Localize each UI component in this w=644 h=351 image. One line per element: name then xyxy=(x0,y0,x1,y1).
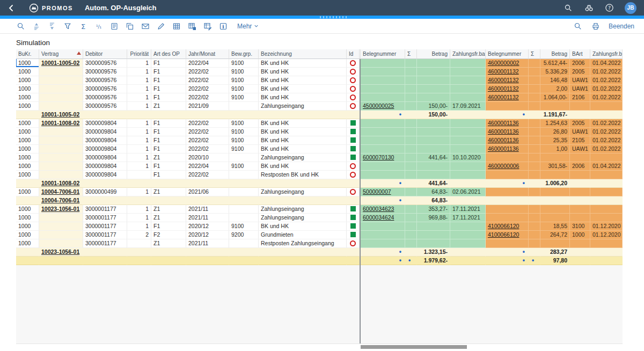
cell-mid-belegnummer: • xyxy=(361,179,405,188)
vertrag-link[interactable]: 10001-1008-02 xyxy=(41,120,79,126)
beleg-link[interactable]: 4600001132 xyxy=(488,85,519,92)
filter-button[interactable] xyxy=(63,21,72,31)
table-row[interactable]: 100030000095761F12022/029100BK und HK460… xyxy=(16,76,623,85)
table-row[interactable]: 10003000001177Z12021/11Restposten Zahlun… xyxy=(16,239,623,248)
vertrag-link[interactable]: 10023-1056-01 xyxy=(41,248,79,255)
header-debitor[interactable]: Debitor xyxy=(83,49,127,59)
header-art-des-op[interactable]: Art des OP xyxy=(151,49,186,59)
beleg-link[interactable]: 4600001132 xyxy=(488,77,519,83)
header-jahr-monat[interactable]: Jahr/Monat xyxy=(186,49,229,59)
horizontal-scrollbar[interactable] xyxy=(16,343,623,350)
print-button[interactable] xyxy=(591,21,601,31)
table-row[interactable]: 100030000095761F12022/029100BK und HK460… xyxy=(16,68,623,76)
beleg-link[interactable]: 500000007 xyxy=(363,188,391,195)
beleg-link[interactable]: 4600001132 xyxy=(488,68,519,75)
table-row[interactable]: 100030000095761Z12021/09Zahlungseingang4… xyxy=(16,102,623,111)
sort-descending-button[interactable] xyxy=(47,21,57,31)
info-button[interactable]: i xyxy=(218,21,228,31)
table-row[interactable]: 10003000009804F12022/02Restposten BK und… xyxy=(16,171,623,179)
table-row[interactable]: 100030000098041F12022/049100BK und HK460… xyxy=(16,162,623,171)
vertrag-link[interactable]: 10023-1056-01 xyxy=(41,206,79,212)
copy-button[interactable] xyxy=(125,21,135,31)
header-mid-belegnummer[interactable]: Belegnummer xyxy=(361,49,405,59)
table-row[interactable]: 100030000098041Z12020/10Zahlungseingang6… xyxy=(16,153,623,162)
header-right-zahlungsfr-basis[interactable]: Zahlungsfr.basis xyxy=(590,49,623,59)
exit-button[interactable]: Beenden xyxy=(609,23,634,30)
vertrag-link[interactable]: 10001-1008-02 xyxy=(41,180,79,186)
beleg-link[interactable]: 6000034623 xyxy=(363,206,394,212)
shell-binoculars-button[interactable] xyxy=(584,3,594,13)
table-row[interactable]: 100030000011771Z12021/11Zahlungseingang6… xyxy=(16,214,623,222)
user-avatar[interactable]: JB xyxy=(625,2,636,14)
header-right-bart[interactable]: BArt xyxy=(570,49,590,59)
subtotal-row[interactable]: 10001-1005-02•150,00-•1.191,67- xyxy=(16,111,623,119)
beleg-link[interactable]: 6000034624 xyxy=(363,214,394,221)
beleg-link[interactable]: 4500000025 xyxy=(363,103,394,109)
subtotal-button[interactable]: ¹/₁ xyxy=(94,21,104,31)
table-row[interactable]: 100030000095761F12022/029100BK und HK460… xyxy=(16,85,623,93)
vertrag-link[interactable]: 10004-7006-01 xyxy=(41,197,79,203)
vertrag-link[interactable]: 10004-7006-01 xyxy=(41,188,79,195)
mail-button[interactable] xyxy=(141,21,150,31)
vertrag-link[interactable]: 10001-1005-02 xyxy=(41,60,79,66)
table-row[interactable]: 100010001-1008-0230000098041F12022/02910… xyxy=(16,119,623,128)
more-button[interactable]: Mehr xyxy=(237,23,259,30)
subtotal-row[interactable]: 10004-7006-01•64,83- xyxy=(16,196,623,205)
cell-mid-sum-indicator xyxy=(405,136,417,145)
vertrag-link[interactable]: 10001-1005-02 xyxy=(41,111,79,118)
cell-prioritaet: 1 xyxy=(127,153,151,162)
beleg-link[interactable]: 4600001136 xyxy=(488,120,519,126)
toolbar-search-button[interactable] xyxy=(573,21,583,31)
beleg-link[interactable]: 4600000002 xyxy=(488,60,519,66)
header-mid-zahlungsfr-basis[interactable]: Zahlungsfr.basis xyxy=(450,49,486,59)
sort-ascending-button[interactable] xyxy=(32,21,41,31)
beleg-link[interactable]: 4600001136 xyxy=(488,137,519,143)
header-vertrag[interactable]: Vertrag xyxy=(39,49,83,59)
table-row[interactable]: 100030000095761F12022/029100BK und HK460… xyxy=(16,93,623,102)
beleg-link[interactable]: 4600000006 xyxy=(488,163,519,169)
beleg-link[interactable]: 4100066120 xyxy=(488,231,519,238)
header-right-belegnummer[interactable]: Belegnummer xyxy=(486,49,529,59)
shell-help-button[interactable]: ? xyxy=(604,3,614,13)
pane-splitter[interactable] xyxy=(360,265,361,343)
beleg-link[interactable]: 4600001132 xyxy=(488,94,519,100)
cell-mid-sum-indicator xyxy=(405,102,417,111)
beleg-link[interactable]: 4600001136 xyxy=(488,128,519,135)
table-row[interactable]: 100030000098041F12022/029100BK und HK460… xyxy=(16,145,623,153)
header-bew-grp[interactable]: Bew.grp. xyxy=(229,49,259,59)
header-prioritaet[interactable]: Priorität xyxy=(127,49,151,59)
header-bezeichnung[interactable]: Bezeichnung xyxy=(259,49,347,59)
word-export-button[interactable] xyxy=(203,21,213,31)
table-row[interactable]: 100010023-1056-0130000011771Z12021/11Zah… xyxy=(16,205,623,214)
header-mid-betrag[interactable]: Betrag xyxy=(417,49,450,59)
table-row[interactable]: 100030000098041F12022/029100BK und HK460… xyxy=(16,136,623,145)
subtotal-row[interactable]: 10001-1008-02•441,64-•1.006,20 xyxy=(16,179,623,188)
header-mid-sum-indicator[interactable]: Σ xyxy=(405,49,417,59)
subtotal-row[interactable]: 10023-1056-01•1.323,15-•283,27 xyxy=(16,248,623,257)
table-row[interactable]: 100010001-1005-0230000095761F12022/04910… xyxy=(16,59,623,68)
header-bukr[interactable]: BuKr. xyxy=(16,49,39,59)
table-row[interactable]: 100030000011771F12020/129100BK und HK410… xyxy=(16,222,623,231)
grandtotal-row[interactable]: ••1.979,62-••97,80 xyxy=(16,257,623,265)
grid-button[interactable] xyxy=(172,21,181,31)
beleg-link[interactable]: 6000070130 xyxy=(363,154,394,160)
beleg-link[interactable]: 4600001136 xyxy=(488,145,519,152)
signature-button[interactable] xyxy=(156,21,166,31)
spreadsheet-export-button[interactable] xyxy=(187,21,197,31)
splitter-grip[interactable] xyxy=(320,16,347,18)
horizontal-scrollbar-thumb[interactable] xyxy=(361,345,467,349)
shell-search-button[interactable] xyxy=(564,3,573,13)
table-row[interactable]: 100010004-7006-0130000004991Z12021/06Zah… xyxy=(16,188,623,196)
header-id[interactable]: Id xyxy=(347,49,360,59)
table-row[interactable]: 100030000098041F12022/029100BK und HK460… xyxy=(16,128,623,136)
back-button[interactable] xyxy=(6,3,16,13)
header-right-betrag[interactable]: Betrag xyxy=(540,49,570,59)
header-right-sum-indicator[interactable]: Σ xyxy=(529,49,540,59)
find-button[interactable] xyxy=(16,21,26,31)
print-view-button[interactable] xyxy=(109,21,119,31)
beleg-link[interactable]: 4100066120 xyxy=(488,223,519,229)
total-button[interactable]: Σ xyxy=(78,21,88,31)
cell-debitor: 3000009804 xyxy=(83,162,127,171)
table-row[interactable]: 100030000011772F22020/129200Grundmieten4… xyxy=(16,231,623,239)
promos-logo[interactable]: PROMOS xyxy=(29,3,73,13)
